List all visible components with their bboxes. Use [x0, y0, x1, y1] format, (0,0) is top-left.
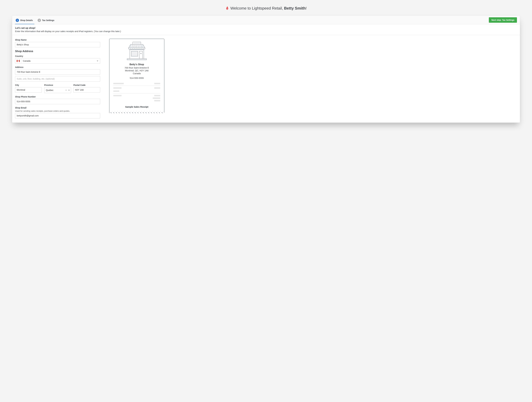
step-label-1: Shop Details [20, 19, 33, 21]
phone-label: Shop Phone Number [15, 95, 100, 98]
country-select[interactable]: Canada [15, 58, 100, 63]
welcome-username: Betty Smith [284, 6, 305, 10]
receipt-address-line3: Canada [113, 72, 160, 75]
step-shop-details[interactable]: 1 Shop Details [15, 18, 34, 24]
email-label: Shop Email [15, 107, 100, 109]
welcome-heading: Welcome to Lightspeed Retail, Betty Smit… [12, 6, 520, 11]
step-number-2: 2 [38, 19, 41, 22]
province-select[interactable]: Quebec × [44, 87, 71, 93]
step-label-2: Tax Settings [42, 19, 54, 21]
chevron-down-icon [97, 61, 98, 61]
receipt-shop-name: Betty's Shop [113, 63, 160, 66]
setup-card: 1 Shop Details 2 Tax Settings Next step:… [12, 15, 520, 123]
svg-rect-5 [135, 43, 136, 44]
svg-rect-8 [138, 43, 139, 44]
postal-label: Postal Code [73, 84, 100, 86]
chevron-down-icon [68, 90, 70, 91]
step-number-1: 1 [16, 19, 19, 22]
intro-section: Let's set up shop! Enter the information… [12, 24, 520, 35]
intro-heading: Let's set up shop! [15, 27, 517, 29]
country-value: Canada [21, 58, 97, 63]
province-value: Quebec [46, 89, 64, 91]
country-label: Country [15, 55, 100, 57]
svg-rect-12 [139, 51, 143, 59]
svg-rect-4 [134, 43, 134, 44]
sample-receipt: Betty's Shop 700 Rue Saint Antoine E Mon… [109, 39, 165, 113]
svg-rect-9 [139, 43, 140, 44]
receipt-address-line1: 700 Rue Saint Antoine E [113, 66, 160, 69]
email-sublabel: Used for sending sales receipts, purchas… [15, 110, 100, 112]
address-label: Address [15, 66, 100, 68]
svg-rect-2 [19, 60, 20, 62]
intro-text: Enter the information that will display … [15, 30, 517, 32]
receipt-address-line2: Montreal, QC, H2Y 1A6 [113, 69, 160, 72]
address-line1-input[interactable] [15, 69, 100, 75]
receipt-phone: 514-555-5555 [113, 77, 160, 79]
canada-flag-icon [15, 59, 21, 63]
svg-rect-6 [136, 43, 137, 44]
welcome-prefix: Welcome to Lightspeed Retail, [230, 6, 284, 10]
shop-name-label: Shop Name [15, 39, 100, 41]
receipt-sample-label: Sample Sales Receipt [113, 106, 160, 108]
phone-input[interactable] [15, 99, 100, 104]
next-step-button[interactable]: Next step: Tax Settings [489, 17, 517, 23]
shop-name-input[interactable] [15, 42, 100, 47]
email-input[interactable] [15, 113, 100, 118]
postal-input[interactable] [73, 87, 100, 93]
city-input[interactable] [15, 87, 42, 93]
svg-rect-1 [17, 60, 18, 62]
step-tax-settings[interactable]: 2 Tax Settings [37, 18, 56, 24]
province-label: Province [44, 84, 71, 86]
svg-rect-13 [127, 59, 146, 60]
welcome-suffix: ! [306, 6, 307, 10]
city-label: City [15, 84, 42, 86]
storefront-icon [126, 42, 148, 61]
svg-rect-7 [137, 43, 138, 44]
shop-address-heading: Shop Address [15, 50, 100, 53]
lightspeed-logo-icon [225, 6, 229, 11]
clear-icon[interactable]: × [64, 89, 68, 91]
svg-rect-11 [131, 51, 138, 56]
address-line2-input[interactable] [15, 76, 100, 82]
stepper-bar: 1 Shop Details 2 Tax Settings Next step:… [12, 16, 520, 24]
